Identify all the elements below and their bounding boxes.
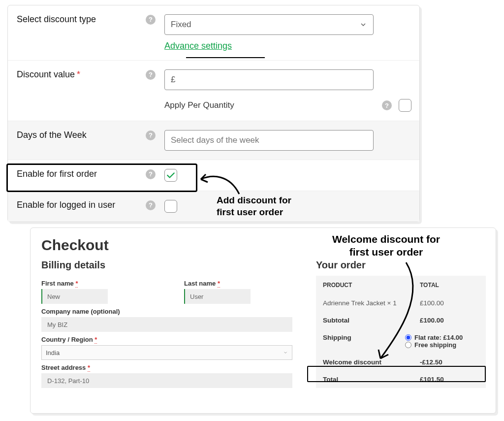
order-welcome-value: -£12.50 — [420, 358, 479, 366]
help-icon[interactable]: ? — [146, 15, 156, 25]
company-name-label: Company name (optional) — [41, 308, 292, 315]
help-icon[interactable]: ? — [146, 169, 156, 179]
required-asterisk: * — [77, 69, 80, 80]
currency-prefix: £ — [171, 75, 175, 85]
enable-first-order-label: Enable for first order — [17, 169, 97, 179]
apply-per-quantity-checkbox[interactable] — [399, 99, 411, 112]
order-shipping-label: Shipping — [323, 334, 405, 341]
order-item-row: Adrienne Trek Jacket × 1 £100.00 — [316, 294, 486, 312]
order-subtotal-label: Subtotal — [323, 317, 420, 324]
first-name-field[interactable] — [41, 289, 108, 304]
annotation-2-line2: first user order — [349, 246, 423, 258]
order-heading: Your order — [316, 259, 486, 271]
shipping-free-option[interactable]: Free shipping — [405, 341, 479, 349]
checkmark-icon — [166, 172, 175, 179]
enable-logged-in-checkbox[interactable] — [164, 200, 177, 213]
order-welcome-discount-row: Welcome discount -£12.50 — [316, 354, 486, 371]
help-icon[interactable]: ? — [146, 70, 156, 80]
discount-type-label: Select discount type — [17, 14, 96, 25]
order-col-product: PRODUCT — [323, 282, 420, 289]
company-name-field[interactable] — [41, 317, 292, 332]
days-of-week-select[interactable]: Select days of the week — [164, 130, 374, 151]
order-table: PRODUCT TOTAL Adrienne Trek Jacket × 1 £… — [316, 276, 486, 388]
last-name-field[interactable] — [184, 289, 251, 304]
order-summary: Your order PRODUCT TOTAL Adrienne Trek J… — [316, 259, 486, 388]
shipping-flat-option[interactable]: Flat rate: £14.00 — [405, 334, 479, 341]
shipping-free-radio[interactable] — [405, 342, 411, 348]
discount-settings-panel: Select discount type ? Fixed Advance set… — [7, 5, 420, 222]
order-item-qty: × 1 — [387, 299, 397, 307]
row-discount-value: Discount value * ? £ Apply Per Quantity … — [8, 61, 419, 121]
discount-type-select[interactable]: Fixed — [164, 14, 374, 35]
order-item-total: £100.00 — [420, 299, 479, 307]
annotation-2-line1: Welcome discount for — [332, 233, 440, 245]
first-name-label: First name * — [41, 280, 150, 287]
row-days-of-week: Days of the Week ? Select days of the we… — [8, 121, 419, 160]
order-subtotal-row: Subtotal £100.00 — [316, 312, 486, 329]
order-col-total: TOTAL — [420, 282, 479, 289]
chevron-down-icon — [359, 21, 367, 29]
advance-settings-link[interactable]: Advance settings — [164, 41, 232, 51]
order-total-label: Total — [323, 376, 420, 383]
billing-heading: Billing details — [41, 259, 292, 271]
row-enable-logged-in: Enable for logged in user ? — [8, 191, 419, 222]
apply-per-quantity-label: Apply Per Quantity — [164, 100, 382, 110]
required-asterisk: * — [75, 280, 78, 288]
order-shipping-row: Shipping Flat rate: £14.00 Free shipping — [316, 329, 486, 354]
row-enable-first-order: Enable for first order ? — [8, 160, 419, 191]
help-icon[interactable]: ? — [146, 200, 156, 210]
order-welcome-label: Welcome discount — [323, 358, 420, 366]
help-icon[interactable]: ? — [146, 130, 156, 140]
order-total-value: £101.50 — [420, 376, 479, 383]
street-address-label: Street address * — [41, 364, 292, 371]
required-asterisk: * — [218, 280, 220, 288]
billing-details: Billing details First name * Last name * — [41, 259, 292, 388]
annotation-text-1: Add discount for first user order — [217, 194, 291, 218]
row-discount-type: Select discount type ? Fixed Advance set… — [8, 5, 419, 61]
order-total-row: Total £101.50 — [316, 371, 486, 388]
help-icon[interactable]: ? — [382, 100, 392, 110]
last-name-label: Last name * — [184, 280, 292, 287]
shipping-flat-radio[interactable] — [405, 334, 411, 341]
country-label: Country / Region * — [41, 336, 292, 343]
chevron-down-icon — [283, 350, 288, 355]
discount-value-label: Discount value — [17, 69, 75, 80]
required-asterisk: * — [88, 364, 90, 372]
days-of-week-placeholder: Select days of the week — [171, 135, 259, 145]
required-asterisk: * — [94, 336, 97, 344]
discount-type-value: Fixed — [171, 20, 191, 30]
enable-logged-in-label: Enable for logged in user — [17, 200, 115, 210]
order-item-name: Adrienne Trek Jacket — [323, 299, 385, 307]
annotation-1-line2: first user order — [217, 207, 283, 217]
discount-value-input[interactable]: £ — [164, 69, 374, 90]
order-subtotal-value: £100.00 — [420, 317, 479, 324]
annotation-1-line1: Add discount for — [217, 195, 291, 205]
country-select[interactable]: India — [41, 345, 292, 360]
days-of-week-label: Days of the Week — [17, 130, 87, 140]
advance-settings-underline — [186, 57, 265, 58]
country-value: India — [46, 349, 60, 356]
annotation-text-2: Welcome discount for first user order — [332, 233, 440, 259]
enable-first-order-checkbox[interactable] — [164, 169, 177, 182]
street-address-field[interactable] — [41, 373, 292, 388]
